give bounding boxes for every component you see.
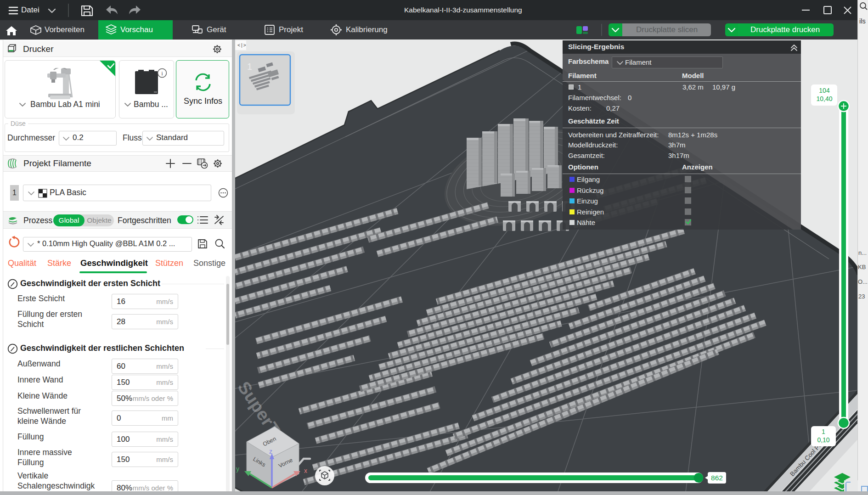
svg-text:i: i <box>161 70 163 77</box>
svg-text:z: z <box>269 448 272 455</box>
svg-text:104: 104 <box>819 87 830 94</box>
svg-text:1: 1 <box>247 62 252 72</box>
svg-text:862: 862 <box>711 474 723 482</box>
svg-text:x: x <box>304 467 307 474</box>
svg-text:<|>: <|> <box>237 43 246 48</box>
svg-text:10,40: 10,40 <box>816 95 832 102</box>
svg-text:y: y <box>236 465 239 472</box>
svg-text:0,10: 0,10 <box>817 436 829 444</box>
svg-text:1: 1 <box>822 428 825 435</box>
